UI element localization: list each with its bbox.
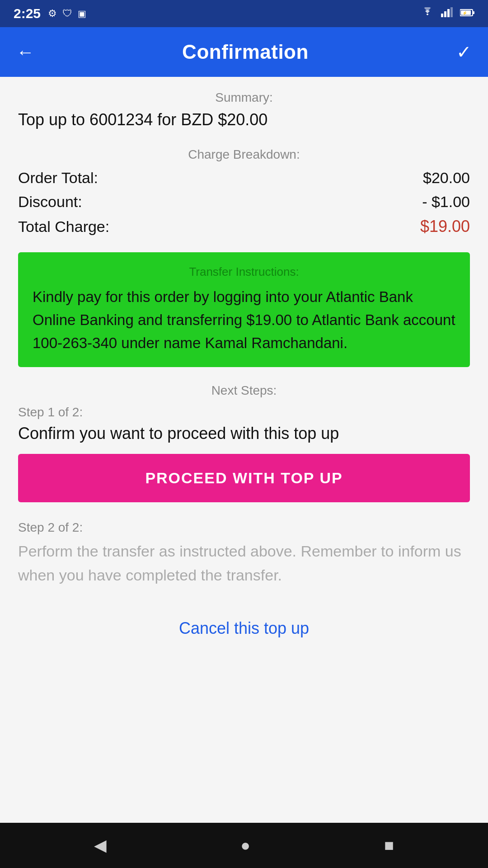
main-content: Summary: Top up to 6001234 for BZD $20.0… xyxy=(0,77,488,823)
wifi-icon xyxy=(420,7,435,20)
step1-text: Confirm you want to proceed with this to… xyxy=(18,424,470,443)
order-total-value: $20.00 xyxy=(423,169,470,187)
charge-breakdown-section: Charge Breakdown: Order Total: $20.00 Di… xyxy=(18,147,470,236)
status-time: 2:25 xyxy=(14,6,41,21)
transfer-instructions-label: Transfer Instructions: xyxy=(33,265,455,279)
next-steps-section: Next Steps: Step 1 of 2: Confirm you wan… xyxy=(18,383,470,587)
discount-row: Discount: - $1.00 xyxy=(18,193,470,211)
summary-label: Summary: xyxy=(18,90,470,105)
settings-icon: ⚙ xyxy=(48,8,57,19)
charge-breakdown-label: Charge Breakdown: xyxy=(18,147,470,162)
battery-icon: ⚡ xyxy=(460,8,474,19)
svg-rect-5 xyxy=(473,11,474,14)
confirm-button[interactable]: ✓ xyxy=(456,42,472,62)
order-total-row: Order Total: $20.00 xyxy=(18,169,470,187)
step2-text: Perform the transfer as instructed above… xyxy=(18,539,470,587)
next-steps-label: Next Steps: xyxy=(18,383,470,398)
transfer-instructions-box: Transfer Instructions: Kindly pay for th… xyxy=(18,252,470,367)
svg-text:⚡: ⚡ xyxy=(462,10,468,16)
proceed-button[interactable]: PROCEED WITH TOP UP xyxy=(18,454,470,502)
nav-home-button[interactable]: ● xyxy=(240,836,250,855)
summary-section: Summary: Top up to 6001234 for BZD $20.0… xyxy=(18,90,470,129)
step2-label: Step 2 of 2: xyxy=(18,520,470,535)
app-bar: ← Confirmation ✓ xyxy=(0,27,488,77)
order-total-label: Order Total: xyxy=(18,169,98,187)
status-right: ⚡ xyxy=(420,7,474,20)
signal-icon xyxy=(441,7,454,20)
svg-rect-1 xyxy=(444,11,446,17)
clipboard-icon: ▣ xyxy=(78,8,86,19)
status-left: 2:25 ⚙ 🛡 ▣ xyxy=(14,6,86,21)
cancel-top-up-link[interactable]: Cancel this top up xyxy=(18,610,470,647)
total-charge-value: $19.00 xyxy=(420,217,470,236)
total-charge-row: Total Charge: $19.00 xyxy=(18,217,470,236)
status-bar: 2:25 ⚙ 🛡 ▣ xyxy=(0,0,488,27)
transfer-instructions-text: Kindly pay for this order by logging int… xyxy=(33,285,455,354)
svg-rect-2 xyxy=(447,9,450,17)
total-charge-label: Total Charge: xyxy=(18,218,109,236)
nav-back-button[interactable]: ◀ xyxy=(94,836,107,855)
summary-text: Top up to 6001234 for BZD $20.00 xyxy=(18,110,470,129)
shield-icon: 🛡 xyxy=(62,8,72,19)
svg-rect-3 xyxy=(450,7,453,17)
status-icons: ⚙ 🛡 ▣ xyxy=(48,8,86,19)
page-title: Confirmation xyxy=(182,41,309,63)
step1-label: Step 1 of 2: xyxy=(18,405,470,420)
nav-bar: ◀ ● ■ xyxy=(0,823,488,868)
discount-label: Discount: xyxy=(18,193,82,211)
svg-rect-0 xyxy=(441,14,443,17)
back-button[interactable]: ← xyxy=(16,42,34,62)
discount-value: - $1.00 xyxy=(422,193,470,211)
nav-recent-button[interactable]: ■ xyxy=(384,836,394,855)
